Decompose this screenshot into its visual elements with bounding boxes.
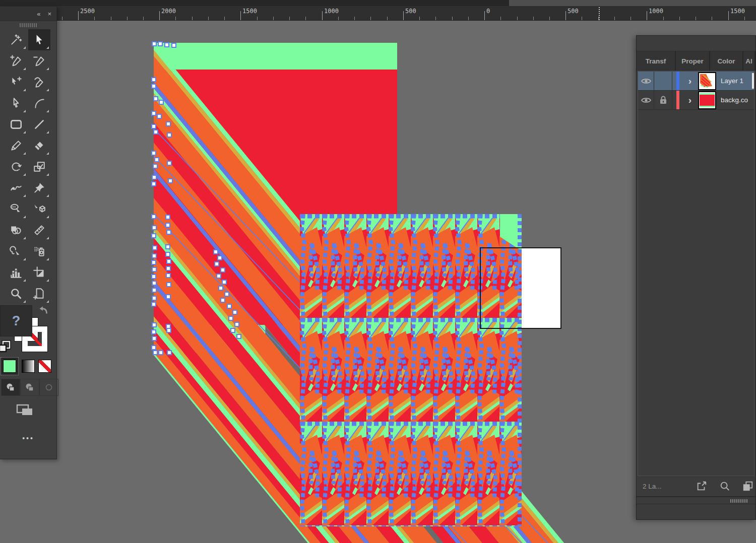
toolbar-bottom-controls: ? [0,304,56,450]
tool-selection[interactable] [28,29,50,50]
new-layer-icon[interactable] [742,481,753,492]
help-tooltip: ? [0,305,32,336]
panel-titlebar[interactable] [637,36,755,51]
tool-delete-anchor-pen[interactable] [28,50,50,72]
paint-buttons [1,358,51,375]
tool-direct-selection[interactable] [5,93,27,114]
panel-bottom-bar [637,504,755,519]
toolbar-grip[interactable] [0,21,56,29]
lock-toggle[interactable] [654,91,672,109]
toolbar-panel: « × [0,6,57,459]
tool-magic-wand[interactable] [5,29,27,50]
layer-row-background[interactable]: › backg.co [638,91,754,110]
toolbar-header: « × [0,7,56,21]
panel-tabs: Transf Proper Color Al [637,51,755,71]
tool-shape-builder[interactable] [5,220,27,241]
tool-add-anchor-pen[interactable] [5,50,27,72]
tool-rectangle[interactable] [5,114,27,135]
tab-transform[interactable]: Transf [637,51,676,71]
expand-chevron-icon[interactable]: › [683,72,697,90]
layer-thumbnail[interactable] [697,72,718,90]
tab-align[interactable]: Al [743,51,755,71]
tool-measure[interactable] [28,220,50,241]
layer-name[interactable]: Layer 1 [718,77,743,85]
layer-color-strip [672,91,683,109]
panel-resize-grip[interactable] [730,499,747,503]
tool-slice[interactable] [28,283,50,304]
draw-behind-button[interactable] [20,379,39,396]
tool-graph[interactable] [5,262,27,283]
visibility-toggle[interactable] [638,91,654,109]
undo-icon[interactable] [36,304,49,317]
layer-row-layer1[interactable]: › Layer 1 [638,72,754,91]
tool-symbol-sprayer[interactable] [28,241,50,262]
question-mark-icon: ? [12,313,21,329]
app-window: 2500200015001000500050010001500 « × [0,0,756,543]
default-fill-stroke-icon[interactable] [0,340,13,355]
tool-line[interactable] [28,114,50,135]
tool-zoom[interactable] [5,283,27,304]
tool-grid [0,29,56,304]
tool-artboard[interactable] [28,262,50,283]
selection-indicator [752,73,754,89]
layers-list: › Layer 1 [638,71,754,476]
close-icon[interactable]: × [47,10,51,18]
panel-footer: 2 La... [638,477,754,495]
panel-divider [637,496,755,497]
tool-shaper[interactable] [5,198,27,220]
tool-perspective[interactable] [28,198,50,220]
tool-arc[interactable] [28,93,50,114]
color-button[interactable] [3,360,16,373]
gradient-button[interactable] [22,360,35,373]
tool-curvature-pen[interactable] [28,72,50,93]
layer-color-strip [672,72,683,90]
tool-eraser[interactable] [28,135,50,156]
tool-rotate[interactable] [5,156,27,177]
collapse-icon[interactable]: « [37,10,40,18]
edit-toolbar-dots-icon[interactable]: ••• [0,434,56,442]
draw-inside-button[interactable] [39,379,58,396]
none-button[interactable] [38,360,51,373]
lock-toggle[interactable] [654,72,672,90]
tool-scale[interactable] [28,156,50,177]
lock-icon [660,96,667,104]
pattern-block[interactable] [300,214,522,526]
tab-color[interactable]: Color [710,51,743,71]
eye-icon [641,97,651,104]
layer-name[interactable]: backg.co [718,96,748,104]
collect-for-export-icon[interactable] [696,481,707,492]
tab-properties[interactable]: Proper [676,51,710,71]
eye-icon [641,78,651,85]
drawing-mode-buttons [1,379,58,396]
draw-normal-button[interactable] [1,379,20,396]
layer-count-status: 2 La... [638,483,662,490]
screen-mode-icon[interactable] [15,403,35,418]
layer-thumbnail[interactable] [697,91,718,109]
tool-pencil[interactable] [5,135,27,156]
locate-object-icon[interactable] [719,481,730,492]
tool-puppet-pin[interactable] [28,177,50,198]
tool-width[interactable] [5,177,27,198]
visibility-toggle[interactable] [638,72,654,90]
color-button-selected-frame [1,358,18,375]
tool-mesh[interactable] [5,241,27,262]
tool-add-select-arrow[interactable] [5,72,27,93]
expand-chevron-icon[interactable]: › [683,91,697,109]
layers-panel: Transf Proper Color Al › [636,35,756,520]
